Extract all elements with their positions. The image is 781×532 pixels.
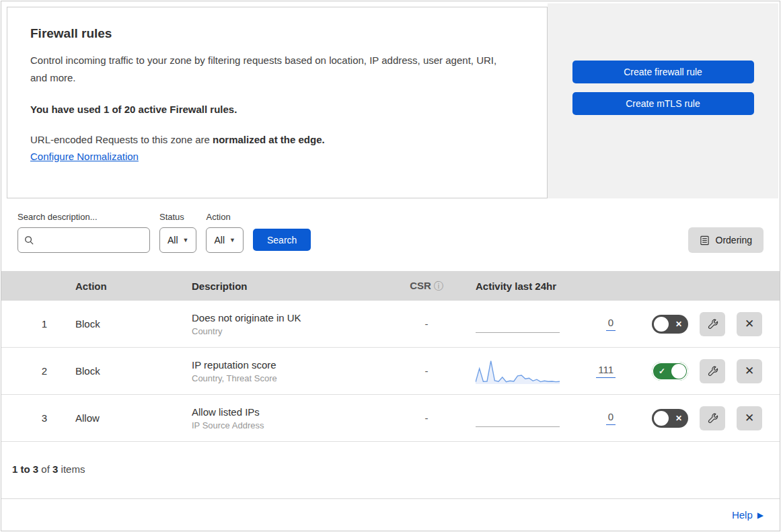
status-label: Status — [159, 212, 196, 222]
rule-description[interactable]: IP reputation score — [192, 359, 396, 371]
rule-description-cell: Does not originate in UK Country — [178, 312, 396, 336]
status-select-value: All — [168, 235, 178, 245]
table-header: Action Description CSRⓘ Activity last 24… — [1, 271, 780, 301]
close-icon: ✕ — [745, 317, 754, 331]
edit-rule-button[interactable] — [700, 359, 725, 383]
toggle-state-icon: ✓ — [659, 367, 665, 375]
edit-rule-button[interactable] — [700, 312, 725, 336]
toggle-knob — [654, 317, 669, 332]
rule-action: Block — [62, 318, 178, 330]
delete-rule-button[interactable]: ✕ — [737, 406, 762, 430]
rule-controls: ✓ ✕ — [618, 359, 780, 383]
rule-description-cell: IP reputation score Country, Threat Scor… — [178, 359, 396, 383]
action-select[interactable]: All ▼ — [206, 227, 243, 253]
pagination-of: of — [41, 463, 50, 475]
intro-section: Firewall rules Control incoming traffic … — [1, 1, 780, 198]
status-field: Status All ▼ — [159, 212, 196, 253]
cta-panel: Create firewall rule Create mTLS rule — [548, 3, 778, 198]
rule-number: 1 — [1, 318, 62, 330]
page-title: Firewall rules — [30, 26, 516, 41]
create-firewall-rule-button[interactable]: Create firewall rule — [572, 61, 754, 83]
action-select-value: All — [214, 235, 225, 245]
close-icon: ✕ — [745, 411, 754, 425]
col-action-header: Action — [62, 280, 178, 292]
col-activity-header: Activity last 24hr — [457, 280, 618, 292]
activity-sparkline — [476, 404, 560, 432]
rule-activity-cell: 111 — [457, 348, 618, 394]
configure-normalization-link[interactable]: Configure Normalization — [30, 151, 139, 162]
activity-flatline — [476, 426, 560, 427]
table-row: 3 Allow Allow listed IPs IP Source Addre… — [1, 395, 780, 442]
search-button[interactable]: Search — [253, 229, 311, 251]
normalization-note: URL-encoded Requests to this zone are no… — [30, 134, 516, 145]
edit-rule-button[interactable] — [700, 406, 725, 430]
arrow-right-icon: ▶ — [757, 510, 764, 520]
action-field: Action All ▼ — [206, 212, 243, 253]
intro-card: Firewall rules Control incoming traffic … — [7, 7, 548, 198]
normalization-note-bold: normalized at the edge. — [213, 134, 325, 145]
usage-summary: You have used 1 of 20 active Firewall ru… — [30, 104, 516, 115]
ordering-list-icon — [700, 235, 710, 245]
rule-criteria: IP Source Address — [192, 420, 396, 430]
rule-description-cell: Allow listed IPs IP Source Address — [178, 406, 396, 430]
firewall-rules-page: Firewall rules Control incoming traffic … — [1, 1, 780, 531]
rule-action: Block — [62, 365, 178, 377]
filter-bar: Search description... Status All ▼ Actio… — [1, 198, 780, 271]
activity-sparkline — [476, 357, 560, 385]
rule-criteria: Country, Threat Score — [192, 373, 396, 383]
rule-csr-value: - — [396, 365, 457, 377]
wrench-icon — [707, 412, 718, 424]
chevron-down-icon: ▼ — [183, 237, 189, 243]
toggle-state-icon: ✕ — [675, 414, 682, 422]
pagination-range: 1 to 3 — [12, 463, 38, 475]
info-icon[interactable]: ⓘ — [434, 280, 443, 291]
help-link-label: Help — [732, 509, 753, 521]
search-input[interactable] — [38, 234, 143, 246]
create-mtls-rule-button[interactable]: Create mTLS rule — [572, 92, 754, 115]
search-icon — [24, 235, 34, 245]
col-csr-header: CSRⓘ — [396, 280, 457, 293]
search-field: Search description... — [17, 212, 150, 253]
help-link[interactable]: Help ▶ — [732, 509, 764, 521]
rule-enabled-toggle[interactable]: ✕ — [652, 315, 688, 334]
rule-criteria: Country — [192, 326, 396, 336]
col-description-header: Description — [178, 280, 396, 292]
csr-header-label: CSR — [410, 280, 431, 291]
toggle-state-icon: ✕ — [675, 320, 682, 328]
normalization-note-text: URL-encoded Requests to this zone are — [30, 134, 213, 145]
toggle-knob — [671, 364, 686, 379]
rule-number: 2 — [1, 365, 62, 377]
pagination-items: items — [61, 463, 85, 475]
rule-activity-cell: 0 — [457, 395, 618, 441]
activity-count-link[interactable]: 0 — [606, 411, 616, 425]
search-input-wrapper[interactable] — [17, 227, 150, 253]
chevron-down-icon: ▼ — [229, 237, 235, 243]
rule-action: Allow — [62, 412, 178, 424]
rule-controls: ✕ ✕ — [618, 406, 780, 430]
ordering-button-label: Ordering — [716, 235, 752, 245]
table-row: 2 Block IP reputation score Country, Thr… — [1, 348, 780, 395]
activity-sparkline — [476, 310, 560, 338]
activity-flatline — [476, 332, 560, 333]
rule-enabled-toggle[interactable]: ✕ — [652, 409, 688, 428]
rule-number: 3 — [1, 412, 62, 424]
rule-description[interactable]: Allow listed IPs — [192, 406, 396, 418]
rule-controls: ✕ ✕ — [618, 312, 780, 336]
wrench-icon — [707, 318, 718, 330]
rule-activity-cell: 0 — [457, 301, 618, 347]
status-select[interactable]: All ▼ — [159, 227, 196, 253]
close-icon: ✕ — [745, 364, 754, 378]
action-label: Action — [206, 212, 243, 222]
delete-rule-button[interactable]: ✕ — [737, 312, 762, 336]
delete-rule-button[interactable]: ✕ — [737, 359, 762, 383]
rule-enabled-toggle[interactable]: ✓ — [652, 362, 688, 381]
ordering-button[interactable]: Ordering — [688, 227, 764, 253]
activity-count-link[interactable]: 111 — [596, 364, 616, 378]
rule-description[interactable]: Does not originate in UK — [192, 312, 396, 324]
page-description: Control incoming traffic to your zone by… — [30, 52, 516, 87]
table-row: 1 Block Does not originate in UK Country… — [1, 301, 780, 348]
pagination-total: 3 — [52, 463, 58, 475]
activity-count-link[interactable]: 0 — [606, 317, 616, 331]
wrench-icon — [707, 365, 718, 377]
rule-csr-value: - — [396, 318, 457, 330]
